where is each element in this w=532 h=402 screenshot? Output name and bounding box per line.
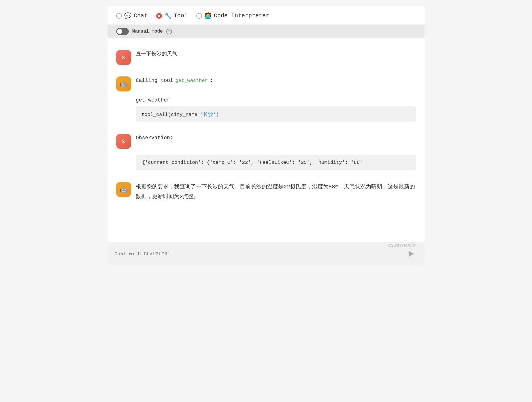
help-icon[interactable]: ? — [166, 29, 172, 34]
code-keyword: tool_call(city_name= — [142, 112, 200, 117]
tool-icon: 🔧 — [164, 12, 171, 19]
manual-mode-label: Manual mode — [132, 29, 163, 34]
tab-code-label: Code Interpreter — [214, 12, 269, 19]
user-avatar: ⊙ — [116, 50, 131, 65]
observation-data-box: {'current_condition': {'temp_C': '22', '… — [136, 155, 416, 170]
user-message-text: 查一下长沙的天气 — [136, 50, 416, 58]
code-interpreter-icon: 🧑‍💻 — [204, 12, 212, 19]
assistant-message-text: 根据您的要求，我查询了一下长沙的天气。目前长沙的温度是22摄氏度，湿度为88%，… — [136, 182, 416, 202]
chat-icon: 💬 — [124, 12, 131, 19]
assistant-avatar-icon: 🤖 — [120, 186, 128, 194]
send-button[interactable] — [405, 247, 418, 260]
tool-avatar: 🤖 — [116, 76, 131, 91]
observation-data-text: {'current_condition': {'temp_C': '22', '… — [142, 160, 363, 165]
tab-chat-label: Chat — [134, 12, 148, 19]
watermark: CSDN @猪场少年 — [388, 243, 419, 248]
tab-chat-radio — [116, 13, 122, 19]
user-avatar-icon: ⊙ — [122, 54, 125, 61]
user-message-1: ⊙ 查一下长沙的天气 — [116, 44, 416, 71]
main-container: 💬 Chat 🔧 Tool 🧑‍💻 Code Interpreter Manua… — [107, 6, 425, 265]
tool-call-detail: get_weather tool_call(city_name='长沙') — [136, 97, 416, 128]
tool-code-box: tool_call(city_name='长沙') — [136, 106, 416, 122]
tool-name-label: get_weather — [176, 77, 208, 84]
tab-bar: 💬 Chat 🔧 Tool 🧑‍💻 Code Interpreter — [107, 6, 425, 25]
tab-tool[interactable]: 🔧 Tool — [156, 12, 188, 19]
tool-call-message: 🤖 Calling tool get_weather : — [116, 71, 416, 97]
tool-avatar-icon: 🤖 — [120, 80, 128, 88]
assistant-avatar: 🤖 — [116, 182, 131, 197]
tab-code-radio — [196, 13, 202, 19]
colon: : — [210, 76, 213, 85]
manual-mode-toggle[interactable] — [116, 28, 129, 35]
tab-tool-label: Tool — [174, 12, 188, 19]
tool-name-display: get_weather — [136, 97, 416, 103]
assistant-message-1: 🤖 根据您的要求，我查询了一下长沙的天气。目前长沙的温度是22摄氏度，湿度为88… — [116, 176, 416, 207]
manual-mode-bar: Manual mode ? — [107, 25, 425, 38]
calling-text: Calling tool — [136, 76, 173, 85]
observation-message: ⊙ Observation: — [116, 128, 416, 155]
input-bar — [107, 242, 425, 265]
help-symbol: ? — [168, 29, 170, 34]
observation-avatar: ⊙ — [116, 134, 131, 149]
chat-input[interactable] — [114, 251, 401, 257]
tool-calling-line: Calling tool get_weather : — [136, 76, 416, 85]
send-arrow-icon — [409, 251, 414, 257]
tab-tool-radio — [156, 13, 162, 19]
observation-avatar-icon: ⊙ — [122, 138, 125, 145]
observation-label: Observation: — [136, 134, 416, 142]
code-paren-close: ) — [216, 112, 219, 117]
code-string: '长沙' — [200, 112, 216, 117]
chat-area: ⊙ 查一下长沙的天气 🤖 Calling tool get_weather : … — [107, 38, 425, 242]
toggle-knob — [117, 29, 122, 34]
tab-chat[interactable]: 💬 Chat — [116, 12, 148, 19]
tab-code-interpreter[interactable]: 🧑‍💻 Code Interpreter — [196, 12, 269, 19]
